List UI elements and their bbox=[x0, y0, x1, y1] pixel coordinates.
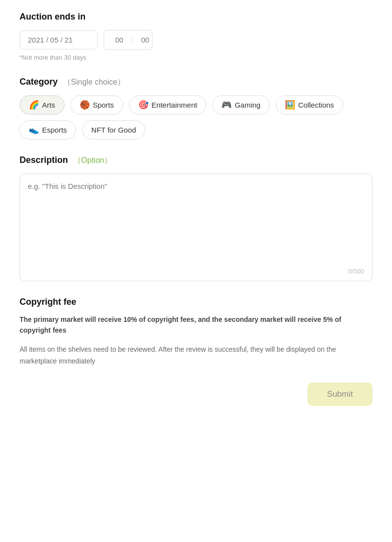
description-section: Description （Option） 0/500 bbox=[20, 155, 372, 281]
auction-time-wrapper: ： bbox=[104, 30, 152, 50]
time-colon: ： bbox=[129, 35, 136, 45]
category-tag-collections[interactable]: 🖼️Collections bbox=[276, 95, 343, 114]
auction-hour-input[interactable] bbox=[112, 36, 127, 44]
submit-row: Submit bbox=[20, 383, 372, 406]
tag-emoji-arts: 🌈 bbox=[29, 100, 39, 110]
description-textarea[interactable] bbox=[28, 182, 364, 270]
category-tag-sports[interactable]: 🏀Sports bbox=[70, 95, 123, 114]
tag-label-nft-for-good: NFT for Good bbox=[91, 126, 136, 134]
category-title-text: Category bbox=[20, 77, 58, 87]
tag-emoji-sports: 🏀 bbox=[80, 100, 90, 110]
tag-emoji-entertainment: 🎯 bbox=[138, 100, 149, 110]
copyright-title: Copyright fee bbox=[20, 297, 372, 307]
category-tag-entertainment[interactable]: 🎯Entertainment bbox=[129, 95, 206, 114]
copyright-normal-text: All items on the shelves need to be revi… bbox=[20, 344, 372, 367]
category-section: Category （Single choice） 🌈Arts🏀Sports🎯En… bbox=[20, 77, 372, 139]
tag-label-sports: Sports bbox=[93, 101, 114, 109]
category-tag-arts[interactable]: 🌈Arts bbox=[20, 95, 65, 114]
description-subtitle: （Option） bbox=[73, 156, 112, 164]
tag-label-gaming: Gaming bbox=[235, 101, 261, 109]
auction-hint: *Not more than 30 days bbox=[20, 54, 372, 61]
submit-button[interactable]: Submit bbox=[307, 383, 372, 406]
description-title-text: Description bbox=[20, 155, 68, 165]
tag-emoji-collections: 🖼️ bbox=[285, 100, 295, 110]
auction-title-text: Auction ends in bbox=[20, 12, 86, 22]
description-box: 0/500 bbox=[20, 174, 372, 281]
tag-emoji-gaming: 🎮 bbox=[221, 100, 232, 110]
description-title: Description （Option） bbox=[20, 155, 372, 166]
auction-section: Auction ends in ： *Not more than 30 days bbox=[20, 12, 372, 61]
auction-date-input[interactable] bbox=[20, 30, 98, 49]
auction-inputs-row: ： bbox=[20, 30, 372, 50]
copyright-section: Copyright fee The primary market will re… bbox=[20, 297, 372, 367]
category-title: Category （Single choice） bbox=[20, 77, 372, 88]
category-tag-esports[interactable]: 👟Esports bbox=[20, 120, 76, 139]
auction-title: Auction ends in bbox=[20, 12, 372, 22]
copyright-bold-text: The primary market will receive 10% of c… bbox=[20, 314, 372, 336]
tag-label-esports: Esports bbox=[42, 126, 67, 134]
category-subtitle: （Single choice） bbox=[63, 78, 125, 86]
auction-minute-input[interactable] bbox=[138, 36, 152, 44]
tag-label-arts: Arts bbox=[42, 101, 55, 109]
tag-label-entertainment: Entertainment bbox=[152, 101, 197, 109]
tag-label-collections: Collections bbox=[298, 101, 334, 109]
tag-emoji-esports: 👟 bbox=[29, 125, 39, 135]
category-tag-gaming[interactable]: 🎮Gaming bbox=[212, 95, 270, 114]
char-count: 0/500 bbox=[348, 268, 364, 275]
category-tag-nft-for-good[interactable]: NFT for Good bbox=[82, 120, 145, 139]
category-tags-container: 🌈Arts🏀Sports🎯Entertainment🎮Gaming🖼️Colle… bbox=[20, 95, 372, 139]
